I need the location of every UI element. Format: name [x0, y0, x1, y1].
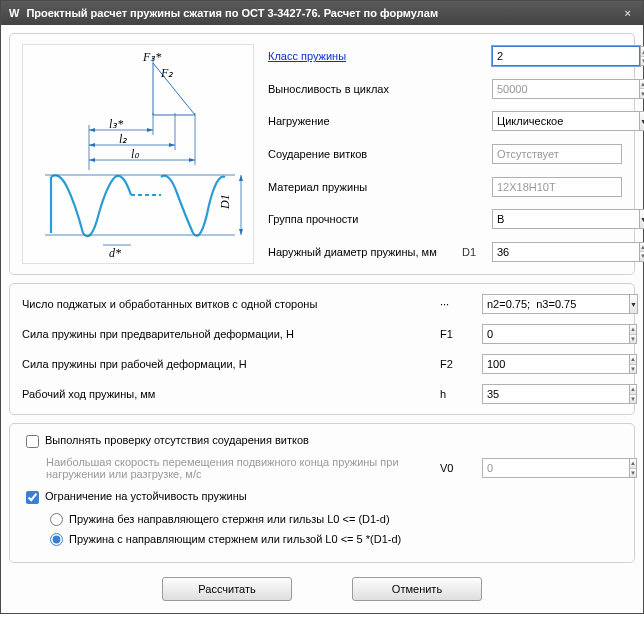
spinner-down-icon[interactable]: ▼	[640, 252, 644, 261]
input-mat	[492, 177, 622, 197]
svg-marker-10	[89, 143, 95, 147]
spinner-down-icon[interactable]: ▼	[630, 365, 636, 374]
diagram-label-l3: l₃*	[109, 117, 123, 131]
spinner-up-icon[interactable]: ▲	[630, 325, 636, 335]
svg-marker-18	[239, 175, 243, 181]
spinner-down-icon[interactable]: ▼	[630, 395, 636, 404]
spinner-down-icon: ▼	[640, 89, 644, 98]
svg-marker-19	[239, 229, 243, 235]
top-form: Класс пружины ▲▼ Выносливость в циклах ▲…	[268, 44, 622, 264]
radio-no-guide[interactable]	[50, 513, 63, 526]
diagram-label-l2: l₂	[119, 132, 128, 146]
label-diam: Наружный диаметр пружины, мм	[268, 246, 458, 258]
dropdown-icon[interactable]: ▼	[639, 111, 644, 131]
input-vynos-text	[492, 79, 639, 99]
label-klass[interactable]: Класс пружины	[268, 50, 458, 62]
input-soud	[492, 144, 622, 164]
input-f2[interactable]: ▲▼	[482, 354, 622, 374]
svg-marker-8	[89, 128, 95, 132]
close-icon[interactable]: ×	[621, 7, 635, 19]
svg-marker-12	[89, 158, 95, 162]
select-vitkov-text[interactable]	[482, 294, 629, 314]
svg-marker-11	[169, 143, 175, 147]
label-f2: Сила пружины при рабочей деформации, Н	[22, 358, 434, 370]
diagram-label-l0: l₀	[131, 147, 140, 161]
app-icon: W	[9, 7, 20, 19]
label-soud: Соударение витков	[268, 148, 458, 160]
select-nagr[interactable]: ▼	[492, 111, 622, 131]
select-grup[interactable]: ▼	[492, 209, 622, 229]
label-nagr: Нагружение	[268, 115, 458, 127]
button-row: Рассчитать Отменить	[9, 571, 635, 605]
input-vel: ▲▼	[482, 458, 622, 478]
sym-h: h	[440, 388, 476, 400]
diagram-label-f2: F₂	[160, 66, 174, 80]
diagram-label-d1: D1	[218, 194, 232, 210]
label-h: Рабочий ход пружины, мм	[22, 388, 434, 400]
label-radio-with-guide: Пружина с направляющим стержнем или гиль…	[69, 533, 401, 545]
sym-d1: D1	[462, 246, 488, 258]
dialog-window: W Проектный расчет пружины сжатия по ОСТ…	[0, 0, 644, 614]
select-vitkov[interactable]: ▼	[482, 294, 622, 314]
input-diam[interactable]: ▲▼	[492, 242, 622, 262]
input-diam-text[interactable]	[492, 242, 639, 262]
input-klass-text[interactable]	[492, 46, 640, 66]
dropdown-icon[interactable]: ▼	[639, 209, 644, 229]
input-f2-text[interactable]	[482, 354, 629, 374]
window-title: Проектный расчет пружины сжатия по ОСТ 3…	[26, 7, 620, 19]
sym-f1: F1	[440, 328, 476, 340]
checkbox-collision[interactable]	[26, 435, 39, 448]
label-radio-no-guide: Пружина без направляющего стержня или ги…	[69, 513, 390, 525]
cancel-button[interactable]: Отменить	[352, 577, 482, 601]
label-f1: Сила пружины при предварительной деформа…	[22, 328, 434, 340]
label-checkbox-stability: Ограничение на устойчивость пружины	[45, 490, 247, 502]
label-grup: Группа прочности	[268, 213, 458, 225]
select-grup-text[interactable]	[492, 209, 639, 229]
diagram-label-d: d*	[109, 246, 121, 260]
spinner-up-icon: ▲	[640, 80, 644, 90]
spinner-up-icon[interactable]: ▲	[630, 355, 636, 365]
sym-f2: F2	[440, 358, 476, 370]
label-checkbox-collision: Выполнять проверку отсутствия соударения…	[45, 434, 309, 446]
input-klass[interactable]: ▲▼	[492, 46, 622, 66]
spinner-down-icon[interactable]: ▼	[630, 335, 636, 344]
label-vitkov: Число поджатых и обработанных витков с о…	[22, 298, 434, 310]
spinner-up-icon[interactable]: ▲	[640, 243, 644, 253]
panel-parameters: .dim{stroke:#2a70b8;stroke-width:1;fill:…	[9, 33, 635, 275]
dropdown-icon[interactable]: ▼	[629, 294, 638, 314]
label-vynos: Выносливость в циклах	[268, 83, 458, 95]
titlebar: W Проектный расчет пружины сжатия по ОСТ…	[1, 1, 643, 25]
spinner-up-icon[interactable]: ▲	[630, 385, 636, 395]
spring-diagram: .dim{stroke:#2a70b8;stroke-width:1;fill:…	[22, 44, 254, 264]
input-h[interactable]: ▲▼	[482, 384, 622, 404]
input-vel-text	[482, 458, 629, 478]
label-vel: Наибольшая скорость перемещения подвижно…	[46, 456, 434, 480]
calculate-button[interactable]: Рассчитать	[162, 577, 292, 601]
input-f1[interactable]: ▲▼	[482, 324, 622, 344]
svg-marker-9	[147, 128, 153, 132]
sym-v0: V0	[440, 462, 476, 474]
input-h-text[interactable]	[482, 384, 629, 404]
sym-vitkov: ···	[440, 298, 476, 310]
spinner-up-icon: ▲	[630, 459, 636, 469]
input-vynos: ▲▼	[492, 79, 622, 99]
radio-with-guide[interactable]	[50, 533, 63, 546]
input-f1-text[interactable]	[482, 324, 629, 344]
label-mat: Материал пружины	[268, 181, 458, 193]
select-nagr-text[interactable]	[492, 111, 639, 131]
spinner-down-icon: ▼	[630, 469, 636, 478]
diagram-label-f3: F₃*	[142, 50, 161, 64]
svg-marker-13	[189, 158, 195, 162]
checkbox-stability[interactable]	[26, 491, 39, 504]
panel-forces: Число поджатых и обработанных витков с о…	[9, 283, 635, 415]
panel-options: Выполнять проверку отсутствия соударения…	[9, 423, 635, 563]
